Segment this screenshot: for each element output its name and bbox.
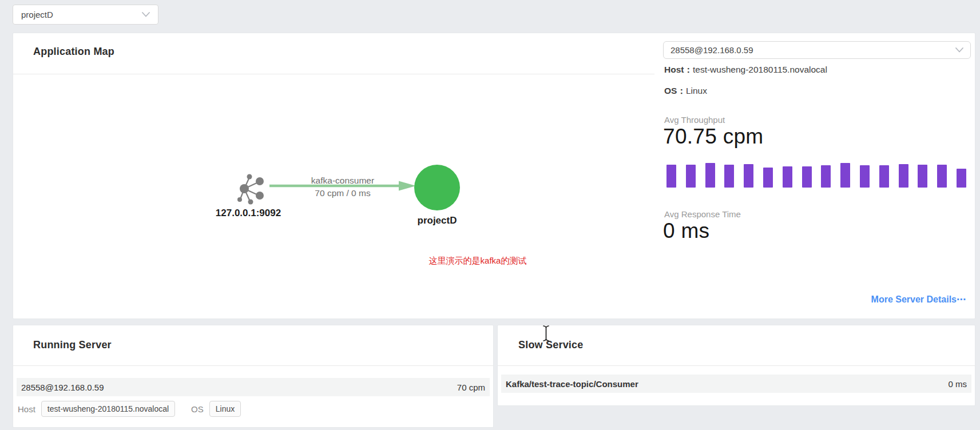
avg-throughput-value: 70.75 cpm	[663, 125, 763, 149]
map-annotation: 这里演示的是kafka的测试	[392, 256, 564, 266]
throughput-bar	[744, 164, 753, 188]
source-node-label[interactable]: 127.0.0.1:9092	[191, 208, 305, 219]
throughput-bar	[899, 164, 908, 188]
throughput-bar	[821, 165, 831, 188]
throughput-bar	[763, 168, 773, 188]
throughput-bar	[937, 165, 947, 188]
throughput-bar-chart	[666, 162, 966, 188]
target-node-circle[interactable]	[414, 165, 460, 210]
edge-metrics-label: 70 cpm / 0 ms	[268, 188, 417, 198]
throughput-bar	[783, 166, 792, 188]
throughput-bar	[802, 166, 812, 188]
target-node-label[interactable]: projectD	[391, 215, 483, 226]
host-badge: test-wusheng-20180115.novalocal	[41, 401, 175, 417]
kafka-broker-node-icon[interactable]	[232, 172, 265, 209]
throughput-bar	[879, 165, 889, 188]
title-divider	[13, 74, 654, 74]
more-server-details-link[interactable]: More Server Details⋯	[871, 294, 966, 305]
apm-dashboard: { "colors": { "bar_purple": "#7d42d1", "…	[0, 0, 980, 430]
running-server-panel: Running Server 28558@192.168.0.59 70 cpm…	[13, 325, 494, 428]
os-label: OS	[191, 404, 204, 414]
running-server-title: Running Server	[33, 339, 112, 351]
throughput-bar	[705, 163, 715, 188]
slow-service-panel: Slow Service Kafka/test-trace-topic/Cons…	[497, 325, 975, 406]
avg-response-value: 0 ms	[663, 219, 709, 243]
slow-service-name: Kafka/test-trace-topic/Consumer	[506, 379, 638, 389]
host-label: Host：	[664, 65, 693, 74]
os-badge: Linux	[209, 401, 241, 417]
os-value: Linux	[686, 86, 707, 95]
os-label: OS：	[664, 86, 686, 95]
application-map-title: Application Map	[33, 46, 114, 58]
edge-label: kafka-consumer	[268, 176, 417, 186]
chevron-down-icon	[142, 12, 150, 17]
slow-service-latency: 0 ms	[948, 379, 967, 389]
application-selector-value: projectD	[21, 10, 53, 19]
server-selector-value: 28558@192.168.0.59	[670, 45, 753, 55]
throughput-bar	[957, 169, 966, 188]
slow-service-divider	[498, 365, 975, 366]
host-line: Host：test-wusheng-20180115.novalocal	[664, 64, 827, 76]
application-selector[interactable]: projectD	[13, 5, 158, 25]
avg-response-label: Avg Response Time	[664, 209, 741, 219]
host-value: test-wusheng-20180115.novalocal	[693, 65, 827, 74]
running-server-divider	[13, 365, 493, 366]
avg-throughput-label: Avg Throughput	[664, 115, 725, 125]
throughput-bar	[666, 165, 676, 188]
throughput-bar	[724, 165, 734, 188]
server-instance-cpm: 70 cpm	[457, 383, 485, 392]
throughput-bar	[840, 163, 850, 188]
server-instance-name: 28558@192.168.0.59	[21, 383, 104, 392]
server-selector[interactable]: 28558@192.168.0.59	[663, 41, 971, 59]
host-os-row: Host test-wusheng-20180115.novalocal OS …	[18, 400, 241, 417]
throughput-bar	[686, 165, 696, 188]
host-label: Host	[18, 404, 35, 414]
throughput-bar	[860, 165, 870, 188]
slow-service-row[interactable]: Kafka/test-trace-topic/Consumer 0 ms	[501, 375, 971, 393]
running-server-row[interactable]: 28558@192.168.0.59 70 cpm	[17, 378, 490, 396]
os-line: OS：Linux	[664, 85, 707, 97]
throughput-bar	[918, 165, 927, 188]
application-map-panel: Application Map 127.0.0.1:9092	[13, 33, 975, 319]
chevron-down-icon	[955, 47, 963, 53]
slow-service-title: Slow Service	[518, 339, 583, 351]
